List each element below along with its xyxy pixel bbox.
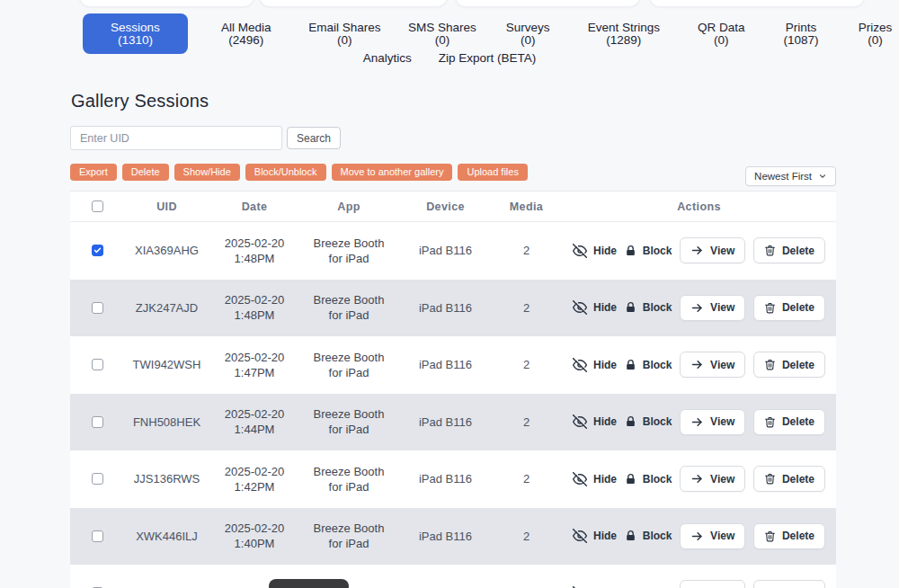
block-action[interactable]: Block [625,473,672,486]
top-card [259,0,448,7]
bulk-delete-button[interactable]: Delete [122,164,169,181]
header-media: Media [493,200,560,213]
session-media-count: 2 [493,358,560,371]
table-row: XWK446ILJ 2025-02-20 1:40PM Breeze Booth… [70,508,836,566]
hide-action[interactable]: Hide [573,414,617,429]
view-button[interactable]: View [680,466,745,492]
bulk-export-button[interactable]: Export [70,164,117,181]
controls-row: ExportDeleteShow/HideBlock/UnblockMove t… [70,164,836,186]
row-actions: Hide Block View Delete [560,409,836,435]
session-device: iPad B116 [398,358,493,371]
row-checkbox[interactable] [92,416,103,428]
trash-icon [764,415,776,429]
session-media-count: 2 [493,244,560,257]
view-button[interactable]: View [680,409,745,435]
session-device: iPad B116 [398,244,493,257]
view-button[interactable]: View [680,352,745,378]
session-date: 2025-02-20 1:40PM [209,521,299,551]
hide-action[interactable]: Hide [573,529,617,543]
block-action[interactable]: Block [625,359,672,371]
search-bar: Search [70,126,341,150]
lock-icon [625,301,636,314]
arrow-right-icon [690,530,704,543]
session-device: iPad B116 [398,472,493,486]
bulk-upload-files-button[interactable]: Upload files [458,164,527,181]
select-all-checkbox[interactable] [92,200,103,212]
tab-analytics[interactable]: Analytics [361,45,414,72]
session-app: Breeze Booth for iPad [299,521,398,551]
session-device: iPad B116 [398,530,493,543]
tab-bar-secondary: AnalyticsZip Export (BETA) [0,45,899,72]
view-button[interactable]: View [680,237,745,263]
page-title: Gallery Sessions [71,91,209,111]
eye-off-icon [573,300,587,315]
header-device: Device [398,200,493,213]
search-input[interactable] [70,126,282,150]
block-action[interactable]: Block [625,415,672,428]
trash-icon [764,358,776,371]
session-uid: JJS136RWS [124,472,209,486]
lock-icon [625,359,636,371]
delete-button[interactable]: Delete [753,352,825,378]
session-app: Breeze Booth for iPad [299,406,398,437]
header-app: App [299,200,398,213]
delete-button[interactable]: Delete [753,237,825,263]
eye-off-icon [573,529,587,543]
bulk-block-unblock-button[interactable]: Block/Unblock [245,164,326,181]
bulk-show-hide-button[interactable]: Show/Hide [174,164,240,181]
hide-action[interactable]: Hide [573,300,617,315]
top-card [649,0,865,7]
block-action[interactable]: Block [625,301,672,314]
row-actions: Hide Block View Delete [560,352,836,378]
table-body: XIA369AHG 2025-02-20 1:48PM Breeze Booth… [70,222,836,588]
delete-button[interactable]: Delete [753,466,825,492]
row-actions: Hide Block View Delete [560,523,836,549]
row-actions: Hide Block View Delete [560,466,836,492]
search-button[interactable]: Search [287,127,341,149]
table-row: BOA407KWH 2025-02-20 Breeze Booth iPad B… [70,565,836,588]
row-checkbox[interactable] [92,530,103,542]
bulk-move-to-another-gallery-button[interactable]: Move to another gallery [332,164,453,181]
table-row: TWI942WSH 2025-02-20 1:47PM Breeze Booth… [70,336,836,394]
sort-dropdown[interactable]: Newest First [745,166,836,186]
table-row: JJS136RWS 2025-02-20 1:42PM Breeze Booth… [70,450,836,508]
session-app: Breeze Booth for iPad [299,464,398,494]
session-device: iPad B116 [398,301,493,315]
row-checkbox[interactable] [92,302,103,314]
lock-icon [625,530,636,542]
session-date: 2025-02-20 1:44PM [209,406,299,437]
eye-off-icon [573,358,587,372]
sort-dropdown-value: Newest First [754,171,812,182]
delete-button[interactable]: Delete [753,523,825,549]
hide-action[interactable]: Hide [573,244,617,258]
session-date: 2025-02-20 1:48PM [209,292,299,323]
session-date: 2025-02-20 1:42PM [209,464,299,494]
delete-button[interactable]: Delete [753,409,825,435]
view-button[interactable]: View [680,580,745,588]
session-app: Breeze Booth for iPad [299,292,398,323]
view-button[interactable]: View [680,295,745,321]
row-checkbox[interactable] [92,359,103,370]
block-action[interactable]: Block [625,530,672,542]
block-action[interactable]: Block [625,245,672,257]
dark-overlay-bar [269,579,349,588]
delete-button[interactable]: Delete [753,295,825,321]
row-checkbox[interactable] [92,473,103,485]
row-actions: Hide Block View Delete [560,295,836,321]
eye-off-icon [573,414,587,429]
table-row: FNH508HEK 2025-02-20 1:44PM Breeze Booth… [70,394,836,451]
delete-button[interactable]: Delete [753,580,825,588]
row-actions: Hide Block View Delete [560,580,836,588]
session-uid: XWK446ILJ [124,530,209,543]
view-button[interactable]: View [680,523,745,549]
tab-zip-export-beta[interactable]: Zip Export (BETA) [437,45,539,72]
eye-off-icon [573,472,587,486]
lock-icon [625,245,636,257]
session-date: 2025-02-20 1:48PM [209,236,299,266]
table-row: XIA369AHG 2025-02-20 1:48PM Breeze Booth… [70,222,836,280]
row-checkbox[interactable] [92,245,103,256]
top-card [455,0,640,7]
hide-action[interactable]: Hide [573,358,617,372]
hide-action[interactable]: Hide [573,472,617,486]
arrow-right-icon [690,472,704,486]
